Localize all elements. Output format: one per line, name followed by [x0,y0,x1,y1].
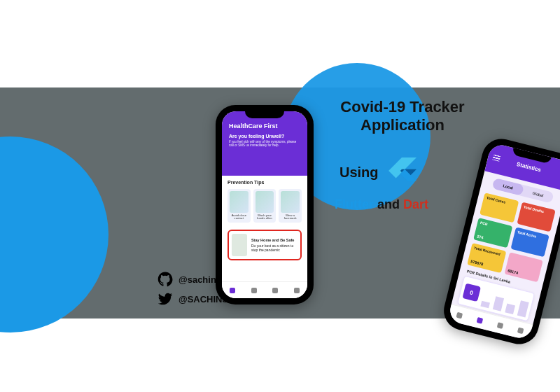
stay-safe-text: Stay Home and Be Safe Do your best as a … [251,238,298,252]
title-line-1: Covid-19 Tracker [322,98,483,116]
stat-value: 68174 [507,268,537,279]
tip-card[interactable]: Wash your hands often [253,189,276,223]
tip-label: Wash your hands often [255,214,274,220]
tip-card[interactable]: Wear a facemask [279,189,302,223]
stats-title: Statistics [516,161,542,173]
tip-label: Wear a facemask [281,214,300,220]
github-icon [158,272,173,287]
stat-value: 274 [477,234,506,245]
stat-total-active[interactable]: Total Active [510,227,550,257]
stat-label: Total Recovered [474,246,503,257]
nav-home-icon[interactable] [456,312,463,318]
stay-safe-card[interactable]: Stay Home and Be Safe Do your best as a … [227,230,302,260]
stat-label: Total Cases [486,195,516,206]
banner-stage: Covid-19 Tracker Application Using Flutt… [0,0,560,392]
stat-value: 579678 [470,259,500,270]
stat-label [512,255,540,262]
tip-card[interactable]: Avoid close contact [227,189,251,223]
pcr-badge: 0 [462,283,481,302]
headline-block: Covid-19 Tracker Application [322,98,483,135]
tip-image [230,191,248,213]
unwell-subtext: If you feel sick with any of the symptom… [229,140,300,148]
stat-value [520,222,548,229]
nav-stats-icon[interactable] [477,316,484,323]
stay-safe-image [232,234,247,256]
stat-value [483,213,511,220]
stat-pcr[interactable]: PCR274 [473,218,512,248]
nav-info-icon[interactable] [517,327,524,334]
phone-home-mockup: HealthCare First Are you feeling Unwell?… [216,105,314,304]
tips-row: Avoid close contact Wash your hands ofte… [222,186,307,225]
app-brand: HealthCare First [229,122,300,130]
tech-and: and [377,197,400,211]
title-line-2: Application [322,116,483,134]
using-label: Using [340,164,379,181]
using-row: Using [340,158,416,187]
stat-label: PCR [480,220,510,232]
tech-dart: Dart [403,197,428,211]
toggle-local[interactable]: Local [492,178,525,196]
nav-news-icon[interactable] [497,322,504,329]
phone-notch [245,111,284,118]
unwell-question: Are you feeling Unwell? [229,134,300,139]
tips-heading: Prevention Tips [222,176,307,186]
stat-value [514,247,542,254]
tip-image [281,191,300,213]
tech-flutter: Flutter [335,197,374,211]
flutter-logo-icon [387,158,416,187]
menu-icon[interactable] [492,155,500,162]
tech-row: Flutter and Dart [335,197,428,212]
stat-label: Total Deaths [523,204,552,216]
nav-info-icon[interactable] [294,288,300,293]
twitter-icon [158,291,173,307]
toggle-global[interactable]: Global [522,185,554,203]
stat-label: Total Active [517,230,546,241]
stay-safe-title: Stay Home and Be Safe [251,238,298,243]
stay-safe-sub: Do your best as a citizen to stop the pa… [251,244,293,252]
nav-stats-icon[interactable] [251,288,257,293]
tip-image [255,191,274,213]
bottom-nav [222,281,307,298]
nav-news-icon[interactable] [272,288,278,293]
phone-home-screen: HealthCare First Are you feeling Unwell?… [222,111,307,298]
tip-label: Avoid close contact [230,214,248,220]
nav-home-icon[interactable] [230,288,235,293]
stat-total-cases[interactable]: Total Cases [479,192,519,223]
stat-total-deaths[interactable]: Total Deaths [517,202,556,232]
home-header: HealthCare First Are you feeling Unwell?… [222,111,307,176]
